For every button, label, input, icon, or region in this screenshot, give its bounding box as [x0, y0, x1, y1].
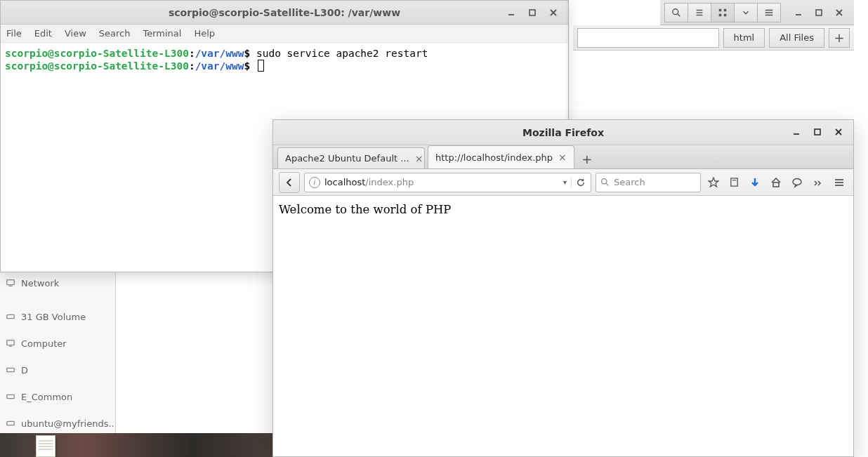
search-icon	[600, 178, 610, 187]
sidebar-item-network[interactable]: Network	[0, 270, 115, 296]
terminal-cursor	[258, 60, 264, 72]
svg-rect-7	[719, 13, 722, 16]
menu-file[interactable]: File	[6, 28, 22, 39]
url-bar[interactable]: i localhost/index.php ▾	[304, 173, 591, 192]
terminal-line: scorpio@scorpio-Satellite-L300:/var/www$	[5, 60, 564, 72]
prompt-user: scorpio@scorpio-Satellite-L300	[5, 60, 189, 72]
close-icon[interactable]	[829, 3, 850, 22]
chat-icon[interactable]	[791, 177, 803, 188]
hamburger-menu-icon[interactable]	[757, 3, 781, 22]
file-manager-pathbar: html All Files +	[573, 25, 854, 51]
svg-rect-13	[816, 10, 822, 15]
terminal-line: scorpio@scorpio-Satellite-L300:/var/www$…	[5, 47, 564, 60]
prompt-path: /var/www	[195, 60, 244, 72]
add-button[interactable]: +	[829, 28, 850, 48]
tab-label: Apache2 Ubuntu Default ...	[285, 153, 409, 164]
tab-apache[interactable]: Apache2 Ubuntu Default ... ×	[277, 147, 425, 168]
prompt-path: /var/www	[195, 48, 244, 59]
sidebar-item-computer[interactable]: Computer	[0, 330, 115, 357]
svg-rect-21	[7, 368, 15, 371]
sidebar-item-label: ubuntu@myfriends...	[21, 418, 115, 429]
svg-point-32	[602, 179, 607, 184]
back-button[interactable]	[279, 172, 300, 193]
svg-rect-38	[773, 183, 779, 187]
close-icon[interactable]: ×	[558, 152, 567, 163]
sidebar-item-label: D	[21, 365, 28, 376]
site-info-icon[interactable]: i	[309, 177, 320, 188]
path-input[interactable]	[577, 28, 719, 48]
new-tab-button[interactable]: +	[577, 149, 597, 168]
svg-point-0	[673, 8, 678, 14]
svg-rect-18	[7, 314, 15, 318]
tab-label: http://localhost/index.php	[435, 152, 553, 163]
filter-html-button[interactable]: html	[723, 28, 765, 48]
list-view-icon[interactable]	[688, 3, 711, 22]
svg-rect-19	[7, 340, 15, 345]
sidebar-item-label: Computer	[21, 338, 67, 349]
terminal-command: sudo service apache2 restart	[256, 48, 428, 59]
firefox-window: Mozilla Firefox Apache2 Ubuntu Default .…	[272, 119, 854, 457]
terminal-menubar: File Edit View Search Terminal Help	[1, 25, 568, 43]
search-bar[interactable]: Search	[596, 173, 701, 192]
bookmark-star-icon[interactable]	[708, 177, 719, 188]
svg-marker-34	[709, 178, 718, 187]
sidebar-item-ecommon[interactable]: E_Common	[0, 383, 115, 410]
close-icon[interactable]: ×	[415, 153, 423, 164]
menu-search[interactable]: Search	[99, 28, 131, 39]
menu-view[interactable]: View	[65, 28, 86, 39]
filter-allfiles-button[interactable]: All Files	[769, 28, 824, 48]
sidebar-item-label: 31 GB Volume	[21, 312, 86, 322]
downloads-icon[interactable]	[749, 177, 761, 188]
url-host: localhost	[324, 177, 365, 187]
minimize-icon[interactable]	[788, 3, 809, 22]
firefox-tabstrip: Apache2 Ubuntu Default ... × http://loca…	[273, 145, 853, 169]
desktop-file-icon[interactable]	[36, 435, 55, 457]
file-manager-toolbar	[660, 0, 854, 25]
svg-rect-16	[7, 280, 15, 285]
pocket-icon[interactable]	[729, 177, 739, 187]
url-path: /index.php	[365, 177, 414, 187]
svg-rect-23	[7, 421, 15, 425]
reload-icon[interactable]	[571, 178, 586, 187]
menu-help[interactable]: Help	[194, 28, 215, 39]
firefox-title: Mozilla Firefox	[522, 127, 604, 138]
terminal-titlebar[interactable]: scorpio@scorpio-Satellite-L300: /var/www	[1, 1, 568, 25]
close-icon[interactable]	[543, 4, 564, 22]
search-icon[interactable]	[664, 3, 688, 22]
hamburger-menu-icon[interactable]	[834, 177, 845, 188]
grid-view-icon[interactable]	[711, 3, 735, 22]
overflow-icon[interactable]	[813, 177, 824, 188]
firefox-right-icons	[705, 177, 848, 188]
svg-rect-5	[719, 8, 722, 11]
chevron-down-icon[interactable]	[734, 3, 758, 22]
menu-edit[interactable]: Edit	[34, 28, 52, 39]
svg-line-33	[606, 183, 608, 185]
firefox-titlebar[interactable]: Mozilla Firefox	[273, 120, 853, 145]
maximize-icon[interactable]	[808, 3, 829, 22]
home-icon[interactable]	[770, 177, 782, 188]
close-icon[interactable]	[828, 123, 849, 141]
chevron-down-icon[interactable]: ▾	[563, 178, 567, 186]
page-text: Welcome to the world of PHP	[279, 203, 451, 216]
svg-rect-35	[731, 178, 737, 186]
firefox-page-content: Welcome to the world of PHP	[273, 196, 853, 456]
firefox-toolbar: i localhost/index.php ▾ Search	[273, 169, 853, 196]
maximize-icon[interactable]	[807, 123, 828, 141]
minimize-icon[interactable]	[786, 123, 807, 141]
maximize-icon[interactable]	[522, 4, 543, 22]
tab-localhost[interactable]: http://localhost/index.php ×	[428, 145, 574, 168]
search-placeholder: Search	[614, 177, 645, 187]
sidebar-item-label: Network	[21, 278, 59, 289]
svg-rect-6	[724, 8, 727, 11]
terminal-title: scorpio@scorpio-Satellite-L300: /var/www	[169, 7, 400, 18]
minimize-icon[interactable]	[501, 4, 522, 22]
svg-rect-29	[815, 129, 820, 135]
sidebar-item-d[interactable]: D	[0, 357, 115, 383]
sidebar-item-volume[interactable]: 31 GB Volume	[0, 303, 115, 330]
svg-point-39	[793, 178, 801, 185]
svg-rect-22	[7, 395, 15, 398]
prompt-user: scorpio@scorpio-Satellite-L300	[5, 48, 189, 59]
svg-rect-25	[530, 10, 535, 15]
menu-terminal[interactable]: Terminal	[143, 28, 181, 39]
svg-rect-8	[724, 13, 727, 16]
